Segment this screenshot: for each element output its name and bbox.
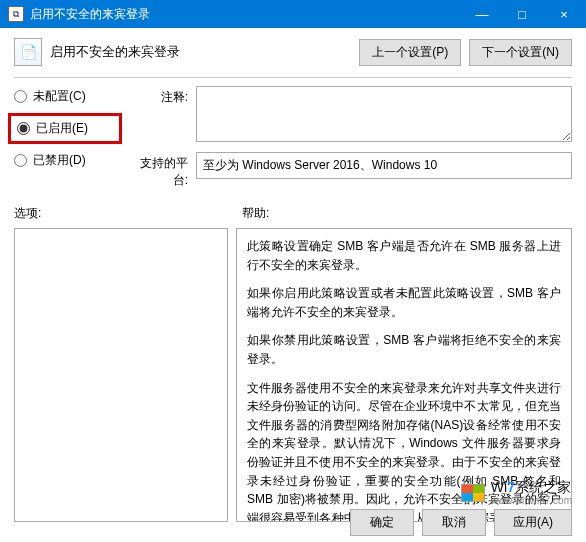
next-setting-button[interactable]: 下一个设置(N) [469,39,572,66]
config-area: 未配置(C) 已启用(E) 已禁用(D) 注释: 支持的平台: 至少为 Wind… [0,86,586,195]
comment-label: 注释: [128,86,188,106]
help-panel: 此策略设置确定 SMB 客户端是否允许在 SMB 服务器上进行不安全的来宾登录。… [236,228,572,522]
help-p1: 此策略设置确定 SMB 客户端是否允许在 SMB 服务器上进行不安全的来宾登录。 [247,237,561,274]
options-label: 选项: [14,205,242,222]
divider [14,77,572,78]
radio-enabled-input[interactable] [17,122,30,135]
platform-value: 至少为 Windows Server 2016、Windows 10 [196,152,572,179]
platform-label: 支持的平台: [128,152,188,189]
policy-icon: 📄 [14,38,42,66]
ok-button[interactable]: 确定 [350,509,414,536]
fields: 注释: 支持的平台: 至少为 Windows Server 2016、Windo… [128,86,572,189]
radio-enabled[interactable]: 已启用(E) [17,120,113,137]
radio-disabled-label: 已禁用(D) [33,152,86,169]
apply-button[interactable]: 应用(A) [494,509,572,536]
titlebar: ⧉ 启用不安全的来宾登录 — □ × [0,0,586,28]
radio-not-configured[interactable]: 未配置(C) [14,88,116,105]
radio-enabled-label: 已启用(E) [36,120,88,137]
window-controls: — □ × [462,0,586,28]
state-radios: 未配置(C) 已启用(E) 已禁用(D) [14,86,116,189]
help-p2: 如果你启用此策略设置或者未配置此策略设置，SMB 客户端将允许不安全的来宾登录。 [247,284,561,321]
options-panel [14,228,228,522]
close-button[interactable]: × [542,0,586,28]
window-title: 启用不安全的来宾登录 [30,6,462,23]
comment-input[interactable] [196,86,572,142]
section-labels: 选项: 帮助: [0,195,586,226]
radio-disabled-input[interactable] [14,154,27,167]
policy-title: 启用不安全的来宾登录 [50,43,180,61]
maximize-button[interactable]: □ [502,0,542,28]
help-label: 帮助: [242,205,269,222]
help-p4: 文件服务器使用不安全的来宾登录来允许对共享文件夹进行未经身份验证的访问。尽管在企… [247,379,561,522]
help-text: 此策略设置确定 SMB 客户端是否允许在 SMB 服务器上进行不安全的来宾登录。… [247,237,561,522]
app-icon: ⧉ [8,6,24,22]
header: 📄 启用不安全的来宾登录 上一个设置(P) 下一个设置(N) [0,28,586,75]
panels: 此策略设置确定 SMB 客户端是否允许在 SMB 服务器上进行不安全的来宾登录。… [0,226,586,522]
cancel-button[interactable]: 取消 [422,509,486,536]
previous-setting-button[interactable]: 上一个设置(P) [359,39,461,66]
enabled-highlight: 已启用(E) [8,113,122,144]
footer: 确定 取消 应用(A) [350,509,572,536]
radio-disabled[interactable]: 已禁用(D) [14,152,116,169]
minimize-button[interactable]: — [462,0,502,28]
radio-not-configured-input[interactable] [14,90,27,103]
radio-not-configured-label: 未配置(C) [33,88,86,105]
help-p3: 如果你禁用此策略设置，SMB 客户端将拒绝不安全的来宾登录。 [247,331,561,368]
